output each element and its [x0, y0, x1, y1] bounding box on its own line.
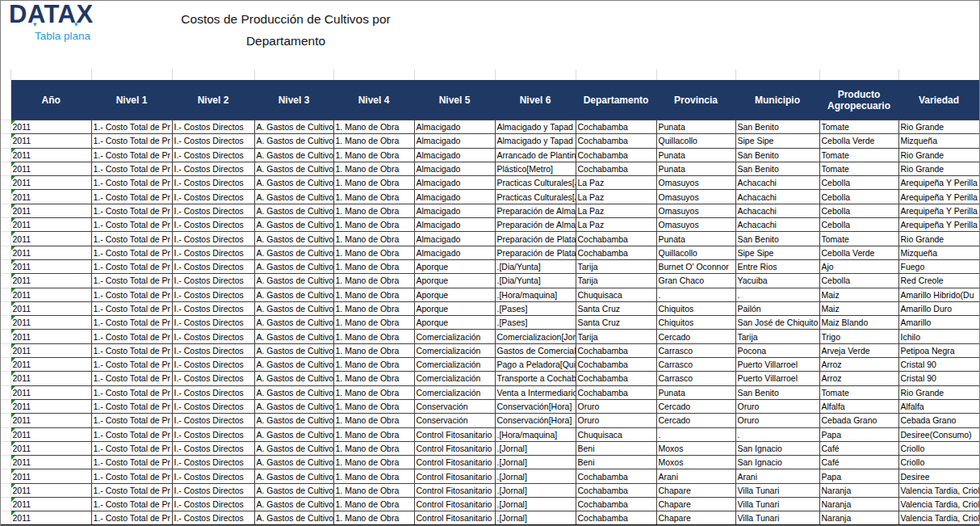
cell-variedad[interactable]: Rio Grande: [898, 385, 979, 399]
cell-a-o[interactable]: 2011: [10, 232, 91, 246]
cell-a-o[interactable]: 2011: [10, 120, 91, 134]
cell-nivel-3[interactable]: A. Gastos de Cultivo: [254, 498, 333, 511]
cell-a-o[interactable]: 2011: [10, 162, 91, 175]
cell-producto-agropecuario[interactable]: Tomate: [819, 148, 898, 162]
cell-nivel-5[interactable]: Comercialización: [414, 330, 495, 343]
cell-provincia[interactable]: Arani: [656, 469, 735, 483]
cell-variedad[interactable]: Mizqueña: [898, 246, 979, 259]
cell-producto-agropecuario[interactable]: Cebolla: [819, 204, 898, 217]
cell-a-o[interactable]: 2011: [10, 343, 91, 357]
cell-a-o[interactable]: 2011: [10, 456, 91, 469]
cell-departamento[interactable]: Santa Cruz: [576, 301, 656, 315]
cell-nivel-2[interactable]: I.- Costos Directos: [172, 259, 254, 273]
cell-nivel-4[interactable]: 1. Mano de Obra: [333, 176, 414, 190]
cell-departamento[interactable]: Cochabamba: [576, 232, 656, 246]
cell-nivel-6[interactable]: Preparación de Plata: [495, 232, 576, 246]
cell-departamento[interactable]: Cochabamba: [576, 511, 656, 526]
cell-variedad[interactable]: Rio Grande: [898, 120, 979, 134]
cell-municipio[interactable]: Achacachi: [735, 204, 819, 217]
cell-departamento[interactable]: La Paz: [576, 204, 656, 217]
cell-nivel-4[interactable]: 1. Mano de Obra: [333, 316, 414, 330]
cell-nivel-2[interactable]: I.- Costos Directos: [172, 427, 254, 441]
cell-nivel-3[interactable]: A. Gastos de Cultivo: [254, 148, 333, 162]
cell-nivel-3[interactable]: A. Gastos de Cultivo: [254, 483, 333, 497]
cell-departamento[interactable]: Chuquisaca: [576, 427, 656, 441]
cell-nivel-6[interactable]: .[Pases]: [495, 316, 576, 330]
cell-variedad[interactable]: Criollo: [898, 456, 979, 469]
cell-nivel-3[interactable]: A. Gastos de Cultivo: [254, 301, 333, 315]
cell-nivel-3[interactable]: A. Gastos de Cultivo: [254, 204, 333, 217]
cell-producto-agropecuario[interactable]: Naranja: [819, 483, 898, 497]
cell-nivel-1[interactable]: 1.- Costo Total de Pr: [91, 232, 172, 246]
cell-nivel-1[interactable]: 1.- Costo Total de Pr: [91, 162, 172, 175]
cell-a-o[interactable]: 2011: [10, 259, 91, 273]
cell-nivel-6[interactable]: .[Jornal]: [495, 469, 576, 483]
cell-nivel-4[interactable]: 1. Mano de Obra: [333, 274, 414, 288]
column-header-nivel-6[interactable]: Nivel 6: [495, 80, 576, 120]
cell-municipio[interactable]: Villa Tunari: [735, 483, 819, 497]
cell-municipio[interactable]: Sipe Sipe: [735, 246, 819, 259]
cell-nivel-4[interactable]: 1. Mano de Obra: [333, 343, 414, 357]
cell-nivel-4[interactable]: 1. Mano de Obra: [333, 246, 414, 259]
cell-nivel-2[interactable]: I.- Costos Directos: [172, 498, 254, 511]
cell-nivel-2[interactable]: I.- Costos Directos: [172, 330, 254, 343]
cell-producto-agropecuario[interactable]: Maiz: [819, 288, 898, 301]
cell-nivel-1[interactable]: 1.- Costo Total de Pr: [91, 218, 172, 232]
cell-nivel-4[interactable]: 1. Mano de Obra: [333, 372, 414, 385]
cell-a-o[interactable]: 2011: [10, 414, 91, 427]
cell-nivel-6[interactable]: .[Jornal]: [495, 511, 576, 526]
cell-provincia[interactable]: Omasuyos: [656, 218, 735, 232]
cell-producto-agropecuario[interactable]: Alfalfa: [819, 399, 898, 413]
cell-nivel-1[interactable]: 1.- Costo Total de Pr: [91, 469, 172, 483]
cell-departamento[interactable]: Cochabamba: [576, 358, 656, 372]
cell-nivel-4[interactable]: 1. Mano de Obra: [333, 148, 414, 162]
cell-provincia[interactable]: Punata: [656, 120, 735, 134]
cell-provincia[interactable]: .: [656, 427, 735, 441]
cell-provincia[interactable]: Punata: [656, 385, 735, 399]
cell-provincia[interactable]: Burnet O' Oconnor: [656, 259, 735, 273]
cell-nivel-4[interactable]: 1. Mano de Obra: [333, 441, 414, 455]
cell-a-o[interactable]: 2011: [10, 399, 91, 413]
cell-producto-agropecuario[interactable]: Tomate: [819, 232, 898, 246]
cell-nivel-5[interactable]: Aporque: [414, 301, 495, 315]
cell-departamento[interactable]: Cochabamba: [576, 343, 656, 357]
cell-provincia[interactable]: .: [656, 288, 735, 301]
cell-provincia[interactable]: Chapare: [656, 483, 735, 497]
cell-a-o[interactable]: 2011: [10, 385, 91, 399]
cell-variedad[interactable]: Rio Grande: [898, 148, 979, 162]
cell-provincia[interactable]: Cercado: [656, 399, 735, 413]
cell-nivel-5[interactable]: Almacigado: [414, 162, 495, 175]
cell-nivel-6[interactable]: Venta a Intermediario: [495, 385, 576, 399]
cell-provincia[interactable]: Cercado: [656, 330, 735, 343]
cell-nivel-5[interactable]: Almacigado: [414, 204, 495, 217]
cell-variedad[interactable]: Criollo: [898, 441, 979, 455]
cell-nivel-1[interactable]: 1.- Costo Total de Pr: [91, 414, 172, 427]
cell-municipio[interactable]: Villa Tunari: [735, 511, 819, 526]
cell-nivel-4[interactable]: 1. Mano de Obra: [333, 190, 414, 204]
cell-a-o[interactable]: 2011: [10, 190, 91, 204]
cell-nivel-5[interactable]: Conservación: [414, 399, 495, 413]
cell-nivel-3[interactable]: A. Gastos de Cultivo: [254, 218, 333, 232]
cell-variedad[interactable]: Valencia Tardia, Criol: [898, 511, 979, 526]
cell-departamento[interactable]: Chuquisaca: [576, 288, 656, 301]
cell-producto-agropecuario[interactable]: Cebolla: [819, 190, 898, 204]
cell-departamento[interactable]: La Paz: [576, 176, 656, 190]
cell-nivel-1[interactable]: 1.- Costo Total de Pr: [91, 498, 172, 511]
column-header-a-o[interactable]: Año: [10, 80, 91, 120]
cell-provincia[interactable]: Quillacollo: [656, 134, 735, 148]
column-header-provincia[interactable]: Provincia: [656, 80, 735, 120]
cell-provincia[interactable]: Moxos: [656, 456, 735, 469]
cell-nivel-6[interactable]: .[Pases]: [495, 301, 576, 315]
cell-nivel-4[interactable]: 1. Mano de Obra: [333, 358, 414, 372]
cell-nivel-1[interactable]: 1.- Costo Total de Pr: [91, 330, 172, 343]
cell-nivel-4[interactable]: 1. Mano de Obra: [333, 162, 414, 175]
cell-nivel-2[interactable]: I.- Costos Directos: [172, 148, 254, 162]
cell-nivel-2[interactable]: I.- Costos Directos: [172, 120, 254, 134]
cell-nivel-5[interactable]: Almacigado: [414, 176, 495, 190]
cell-nivel-5[interactable]: Control Fitosanitario: [414, 498, 495, 511]
cell-nivel-1[interactable]: 1.- Costo Total de Pr: [91, 148, 172, 162]
cell-producto-agropecuario[interactable]: Maiz Blando: [819, 316, 898, 330]
cell-departamento[interactable]: Beni: [576, 441, 656, 455]
cell-nivel-2[interactable]: I.- Costos Directos: [172, 511, 254, 526]
column-header-producto-agropecuario[interactable]: Producto Agropecuario: [819, 80, 898, 120]
